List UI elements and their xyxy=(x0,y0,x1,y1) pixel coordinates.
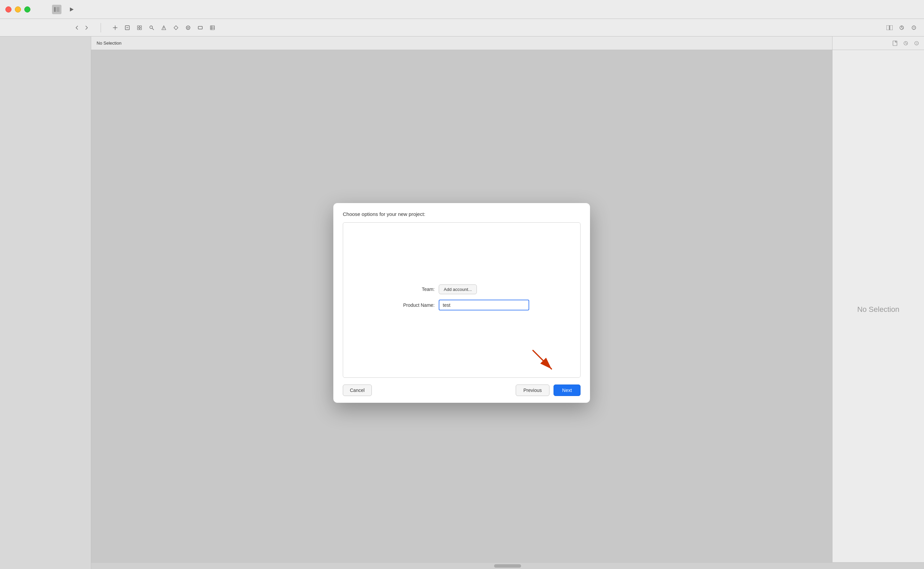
previous-button[interactable]: Previous xyxy=(516,385,549,396)
svg-rect-19 xyxy=(198,26,202,29)
add-account-button[interactable]: Add account... xyxy=(439,284,477,294)
new-project-dialog: Choose options for your new project: Tea… xyxy=(333,203,590,403)
svg-marker-16 xyxy=(174,26,178,30)
search-icon[interactable] xyxy=(147,23,156,32)
inspector-file-icon[interactable] xyxy=(890,38,900,48)
dialog-content-area: Team: Add account... Product Name: xyxy=(343,222,581,378)
sidebar-toggle-icon[interactable] xyxy=(52,5,61,14)
clock-icon[interactable] xyxy=(897,23,906,32)
dialog-form-area: Team: Add account... Product Name: xyxy=(394,284,529,310)
product-name-input[interactable] xyxy=(439,300,529,310)
svg-rect-20 xyxy=(210,26,214,30)
sidebar xyxy=(0,37,91,569)
rect-icon[interactable] xyxy=(196,23,205,32)
scrollbar-thumb[interactable] xyxy=(494,564,521,567)
inspector-history-icon[interactable] xyxy=(901,38,910,48)
inspector-panel: ? No Selection xyxy=(832,37,924,569)
svg-rect-9 xyxy=(137,28,139,30)
dialog-header: Choose options for your new project: xyxy=(333,203,590,222)
svg-rect-7 xyxy=(137,26,139,27)
grid-icon[interactable] xyxy=(135,23,144,32)
dialog-footer: Cancel Previous Next xyxy=(333,378,590,403)
svg-rect-10 xyxy=(140,28,141,30)
svg-rect-0 xyxy=(54,7,56,12)
product-name-field xyxy=(439,300,529,310)
svg-text:?: ? xyxy=(916,42,917,45)
add-icon[interactable] xyxy=(111,23,120,32)
run-button[interactable] xyxy=(65,3,78,15)
next-button[interactable]: Next xyxy=(554,385,581,396)
svg-point-15 xyxy=(164,29,164,29)
dialog-title: Choose options for your new project: xyxy=(343,211,425,217)
inspect-icon[interactable] xyxy=(123,23,132,32)
library-icon[interactable] xyxy=(184,23,193,32)
toolbar-divider-1 xyxy=(101,23,101,32)
toolbar-left xyxy=(5,23,97,32)
svg-point-18 xyxy=(187,27,189,28)
shape-icon[interactable] xyxy=(171,23,181,32)
split-view-icon[interactable] xyxy=(885,23,894,32)
dialog-overlay: Choose options for your new project: Tea… xyxy=(91,37,832,569)
team-field: Add account... xyxy=(439,284,529,294)
maximize-button[interactable] xyxy=(24,6,30,12)
table-icon[interactable] xyxy=(208,23,217,32)
svg-rect-1 xyxy=(56,7,59,12)
product-name-label: Product Name: xyxy=(394,302,435,307)
team-row: Team: Add account... xyxy=(394,284,529,294)
team-label: Team: xyxy=(394,286,435,292)
content-area: No Selection ? No Selection xyxy=(91,37,924,569)
traffic-lights xyxy=(5,6,30,12)
inspector-no-selection: No Selection xyxy=(857,305,899,314)
svg-line-12 xyxy=(152,28,154,30)
nav-forward-icon[interactable] xyxy=(82,23,91,32)
nav-back-icon[interactable] xyxy=(72,23,82,32)
inspector-toolbar: ? xyxy=(833,37,924,50)
toolbar-right xyxy=(105,23,919,32)
product-name-row: Product Name: xyxy=(394,300,529,310)
titlebar xyxy=(0,0,924,19)
help-icon[interactable]: ? xyxy=(909,23,919,32)
warning-icon[interactable] xyxy=(159,23,168,32)
svg-text:?: ? xyxy=(913,26,915,30)
svg-line-34 xyxy=(533,350,551,369)
main-area: No Selection ? No Selection xyxy=(0,37,924,569)
inspector-help-icon[interactable]: ? xyxy=(912,38,921,48)
svg-point-17 xyxy=(187,26,190,29)
close-button[interactable] xyxy=(5,6,12,12)
dialog-footer-right: Previous Next xyxy=(516,385,581,396)
svg-rect-25 xyxy=(890,25,892,30)
minimize-button[interactable] xyxy=(15,6,21,12)
arrow-annotation xyxy=(526,347,560,374)
svg-rect-29 xyxy=(893,41,897,46)
toolbar: ? xyxy=(0,19,924,37)
svg-marker-2 xyxy=(70,8,74,12)
bottom-scrollbar xyxy=(91,562,924,569)
svg-rect-24 xyxy=(886,25,889,30)
cancel-button[interactable]: Cancel xyxy=(343,385,372,396)
svg-rect-8 xyxy=(140,26,141,27)
